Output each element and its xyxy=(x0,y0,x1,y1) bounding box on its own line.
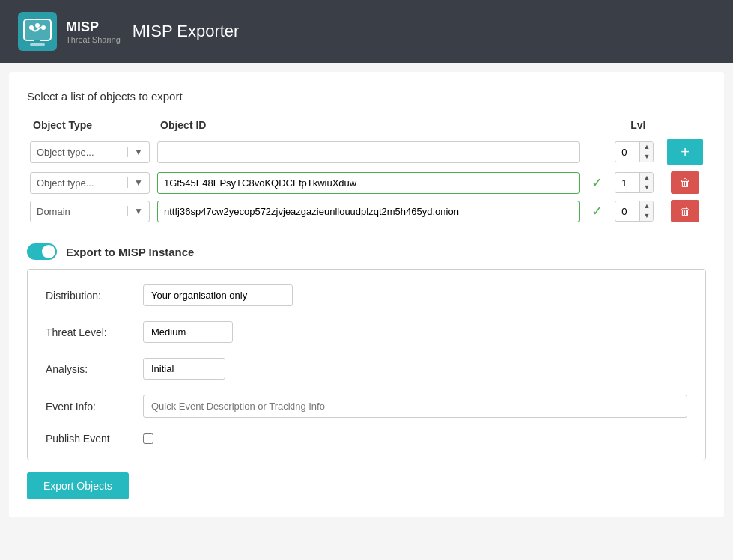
misp-logo-icon xyxy=(18,12,57,51)
export-section-header: Export to MISP Instance xyxy=(27,243,706,260)
select-arrow-icon-1: ▼ xyxy=(127,147,149,157)
lvl-arrows-2: ▲ ▼ xyxy=(639,173,653,192)
app-title: MISP Exporter xyxy=(133,22,240,41)
lvl-down-btn-1[interactable]: ▼ xyxy=(640,152,653,162)
lvl-up-btn-3[interactable]: ▲ xyxy=(640,201,653,211)
analysis-label: Analysis: xyxy=(46,363,143,375)
publish-wrap xyxy=(143,433,153,444)
publish-event-row: Publish Event xyxy=(46,433,687,445)
lvl-down-btn-2[interactable]: ▼ xyxy=(640,183,653,192)
publish-event-checkbox[interactable] xyxy=(143,433,153,444)
analysis-row: Analysis: Initial Ongoing Completed xyxy=(46,358,687,380)
object-type-select-3[interactable]: Object type... Domain IP xyxy=(31,201,127,222)
lvl-num-1: 0 xyxy=(615,144,633,161)
svg-rect-6 xyxy=(34,40,40,43)
col-header-lvl: Lvl xyxy=(612,115,664,136)
event-info-input[interactable] xyxy=(143,395,687,418)
delete-row-button-3[interactable]: 🗑 xyxy=(671,200,699,222)
check-cell-1 xyxy=(583,136,612,168)
object-type-select-1[interactable]: Object type... Domain IP xyxy=(31,142,127,162)
export-form-box: Distribution: Your organisation only Thi… xyxy=(27,269,706,460)
lvl-up-btn-2[interactable]: ▲ xyxy=(640,173,653,183)
select-arrow-icon-2: ▼ xyxy=(127,177,149,188)
event-info-label: Event Info: xyxy=(46,401,143,413)
analysis-select[interactable]: Initial Ongoing Completed xyxy=(143,358,225,380)
object-id-input-3[interactable] xyxy=(157,201,580,222)
logo-sub-label: Threat Sharing xyxy=(66,35,121,44)
delete-row-button-2[interactable]: 🗑 xyxy=(671,171,699,194)
lvl-num-2: 1 xyxy=(615,174,633,192)
object-type-select-2[interactable]: Object type... Domain IP xyxy=(31,173,127,193)
export-objects-button[interactable]: Export Objects xyxy=(27,472,129,499)
event-info-row: Event Info: xyxy=(46,395,687,418)
threat-level-select[interactable]: High Medium Low Undefined xyxy=(143,321,233,343)
object-id-input-1[interactable] xyxy=(157,141,580,163)
add-row-button[interactable]: + xyxy=(667,139,703,165)
threat-level-label: Threat Level: xyxy=(46,326,143,338)
distribution-select[interactable]: Your organisation only This Community-on… xyxy=(143,284,293,306)
logo-area: MISP Threat Sharing xyxy=(18,12,121,51)
json-export-toggle[interactable] xyxy=(27,243,57,260)
col-header-type: Object Type xyxy=(27,115,154,136)
object-type-select-wrap-1[interactable]: Object type... Domain IP ▼ xyxy=(30,141,150,163)
publish-event-label: Publish Event xyxy=(46,433,143,445)
lvl-arrows-1: ▲ ▼ xyxy=(639,142,653,162)
logo-misp-label: MISP xyxy=(66,19,121,35)
svg-point-4 xyxy=(35,23,40,28)
objects-table: Object Type Object ID Lvl Object type...… xyxy=(27,115,706,225)
toggle-knob xyxy=(42,245,55,258)
distribution-label: Distribution: xyxy=(46,290,143,302)
export-to-misp-label: Export to MISP Instance xyxy=(66,246,194,258)
table-row: Object type... Domain IP ▼ 0 ▲ xyxy=(27,136,706,168)
svg-rect-7 xyxy=(30,43,45,46)
object-type-select-wrap-3[interactable]: Object type... Domain IP ▼ xyxy=(30,201,150,222)
object-type-select-wrap-2[interactable]: Object type... Domain IP ▼ xyxy=(30,172,150,194)
lvl-wrap-1: 0 ▲ ▼ xyxy=(615,141,654,162)
lvl-arrows-3: ▲ ▼ xyxy=(639,201,653,221)
col-header-id: Object ID xyxy=(154,115,583,136)
object-id-input-2[interactable] xyxy=(157,172,580,194)
lvl-wrap-3: 0 ▲ ▼ xyxy=(615,201,654,222)
toggle-switch[interactable] xyxy=(27,243,57,260)
table-row: Object type... Domain IP ▼ ✓ 1 xyxy=(27,168,706,197)
select-arrow-icon-3: ▼ xyxy=(127,206,149,216)
lvl-up-btn-1[interactable]: ▲ xyxy=(640,142,653,152)
lvl-down-btn-3[interactable]: ▼ xyxy=(640,211,653,221)
main-content: Select a list of objects to export Objec… xyxy=(9,72,724,517)
header: MISP Threat Sharing MISP Exporter xyxy=(0,0,733,63)
section-title: Select a list of objects to export xyxy=(27,90,706,103)
lvl-wrap-2: 1 ▲ ▼ xyxy=(615,172,654,193)
lvl-num-3: 0 xyxy=(615,203,633,220)
valid-check-icon-3: ✓ xyxy=(586,204,609,219)
table-row: Object type... Domain IP ▼ ✓ 0 xyxy=(27,197,706,225)
distribution-row: Distribution: Your organisation only Thi… xyxy=(46,284,687,306)
logo-text: MISP Threat Sharing xyxy=(66,19,121,44)
valid-check-icon-2: ✓ xyxy=(586,175,609,190)
threat-level-row: Threat Level: High Medium Low Undefined xyxy=(46,321,687,343)
